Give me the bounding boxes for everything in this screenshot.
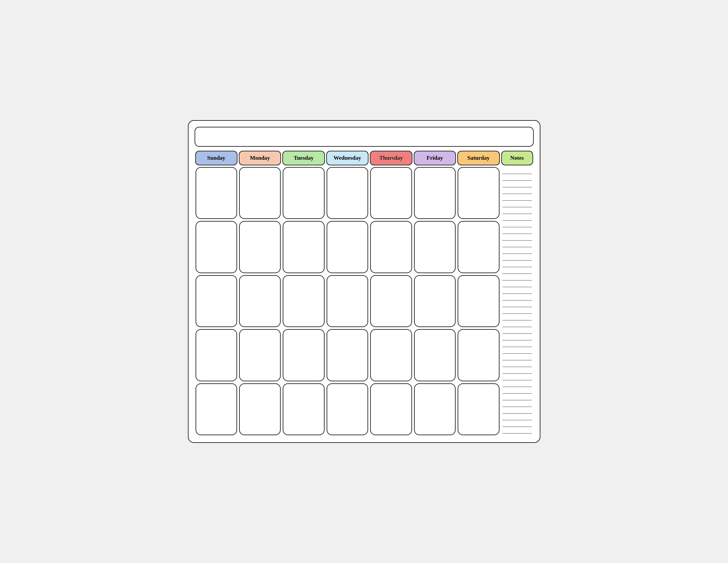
day-cell-r1-c6[interactable] [458, 221, 499, 273]
notes-line [503, 268, 532, 274]
notes-line [503, 208, 532, 214]
notes-line [503, 195, 532, 201]
day-cell-r1-c2[interactable] [283, 221, 324, 273]
header-thursday: Thursday [370, 151, 412, 165]
header-tuesday: Tuesday [282, 151, 325, 165]
notes-line [503, 221, 532, 227]
notes-line [503, 175, 532, 181]
day-cell-r1-c4[interactable] [370, 221, 412, 273]
notes-section[interactable] [501, 166, 534, 436]
notes-line [503, 288, 532, 294]
day-cell-r2-c1[interactable] [239, 275, 281, 327]
day-cell-r0-c0[interactable] [196, 167, 237, 219]
day-cell-r4-c4[interactable] [370, 383, 412, 435]
day-cell-r0-c1[interactable] [239, 167, 281, 219]
day-cell-r4-c2[interactable] [283, 383, 324, 435]
day-cell-r1-c5[interactable] [414, 221, 456, 273]
day-cell-r2-c0[interactable] [196, 275, 237, 327]
day-cell-r3-c2[interactable] [283, 329, 324, 381]
header-sunday: Sunday [195, 151, 237, 165]
day-cell-r0-c2[interactable] [283, 167, 324, 219]
day-cell-r3-c0[interactable] [196, 329, 237, 381]
notes-line [503, 315, 532, 321]
day-cell-r2-c2[interactable] [283, 275, 324, 327]
notes-line [503, 414, 532, 420]
notes-line [503, 168, 532, 174]
header-friday: Friday [414, 151, 456, 165]
day-cell-r0-c5[interactable] [414, 167, 456, 219]
notes-line [503, 308, 532, 314]
notes-line [503, 321, 532, 327]
day-cell-r3-c5[interactable] [414, 329, 456, 381]
notes-line [503, 181, 532, 187]
day-cell-r1-c1[interactable] [239, 221, 281, 273]
day-cell-r0-c3[interactable] [327, 167, 368, 219]
notes-line [503, 201, 532, 207]
notes-line [503, 408, 532, 414]
day-cell-r2-c6[interactable] [458, 275, 499, 327]
notes-line [503, 361, 532, 367]
notes-line [503, 241, 532, 247]
day-cell-r4-c6[interactable] [458, 383, 499, 435]
day-cell-r4-c1[interactable] [239, 383, 281, 435]
notes-line [503, 401, 532, 407]
day-cell-r3-c4[interactable] [370, 329, 412, 381]
notes-line [503, 368, 532, 374]
day-cell-r3-c3[interactable] [327, 329, 368, 381]
header-notes: Notes [501, 151, 533, 165]
notes-line [503, 388, 532, 394]
day-cell-r0-c6[interactable] [458, 167, 499, 219]
notes-line [503, 394, 532, 400]
notes-line [503, 295, 532, 301]
day-cell-r2-c3[interactable] [327, 275, 368, 327]
notes-line [503, 214, 532, 220]
day-cell-r4-c3[interactable] [327, 383, 368, 435]
header-monday: Monday [239, 151, 281, 165]
notes-line [503, 381, 532, 387]
day-cell-r3-c1[interactable] [239, 329, 281, 381]
notes-line [503, 341, 532, 347]
title-bar[interactable] [195, 127, 534, 147]
day-cell-r1-c3[interactable] [327, 221, 368, 273]
notes-line [503, 228, 532, 234]
day-cell-r2-c5[interactable] [414, 275, 456, 327]
day-cell-r4-c0[interactable] [196, 383, 237, 435]
calendar-container: SundayMondayTuesdayWednesdayThursdayFrid… [188, 120, 540, 443]
notes-line [503, 234, 532, 240]
notes-line [503, 301, 532, 307]
day-cell-r1-c0[interactable] [196, 221, 237, 273]
header-saturday: Saturday [457, 151, 500, 165]
notes-line [503, 254, 532, 260]
notes-line [503, 188, 532, 194]
notes-line [503, 261, 532, 267]
notes-line [503, 348, 532, 354]
notes-line [503, 248, 532, 254]
day-cell-r3-c6[interactable] [458, 329, 499, 381]
notes-line [503, 274, 532, 280]
notes-line [503, 335, 532, 341]
notes-line [503, 428, 532, 434]
header-wednesday: Wednesday [326, 151, 368, 165]
day-cell-r0-c4[interactable] [370, 167, 412, 219]
notes-line [503, 328, 532, 334]
notes-line [503, 421, 532, 427]
notes-line [503, 354, 532, 360]
notes-line [503, 281, 532, 287]
notes-line [503, 374, 532, 380]
day-cell-r4-c5[interactable] [414, 383, 456, 435]
calendar-grid: SundayMondayTuesdayWednesdayThursdayFrid… [195, 150, 534, 436]
day-cell-r2-c4[interactable] [370, 275, 412, 327]
